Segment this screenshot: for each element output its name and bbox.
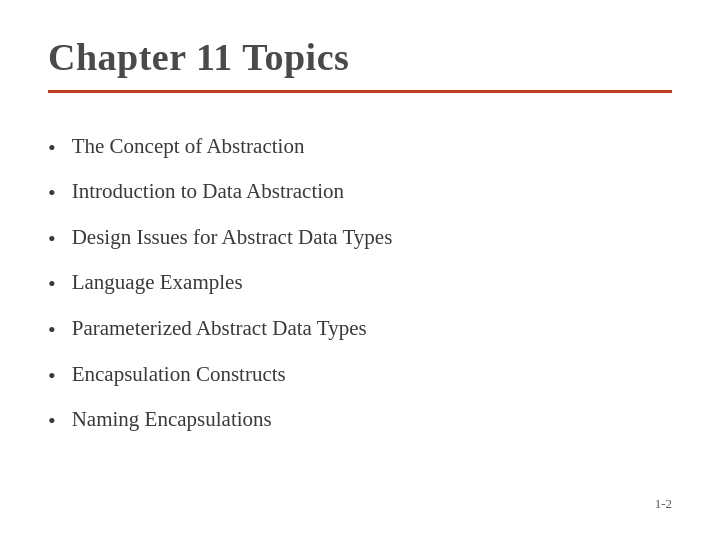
slide-title: Chapter 11 Topics [48,36,672,80]
bullet-dot-icon: • [48,407,56,436]
bullet-dot-icon: • [48,134,56,163]
slide-container: Chapter 11 Topics •The Concept of Abstra… [0,0,720,540]
title-underline [48,90,672,93]
list-item: •Introduction to Data Abstraction [48,178,672,208]
bullet-text: Design Issues for Abstract Data Types [72,224,393,251]
bullet-dot-icon: • [48,179,56,208]
bullet-list: •The Concept of Abstraction•Introduction… [48,133,672,436]
page-number: 1-2 [655,496,672,512]
title-section: Chapter 11 Topics [48,36,672,93]
list-item: •Language Examples [48,269,672,299]
list-item: •Naming Encapsulations [48,406,672,436]
list-item: •Encapsulation Constructs [48,361,672,391]
list-item: •Design Issues for Abstract Data Types [48,224,672,254]
list-item: •The Concept of Abstraction [48,133,672,163]
slide-footer: 1-2 [48,496,672,512]
bullet-dot-icon: • [48,316,56,345]
bullet-text: Introduction to Data Abstraction [72,178,344,205]
list-item: •Parameterized Abstract Data Types [48,315,672,345]
bullet-text: The Concept of Abstraction [72,133,305,160]
bullet-text: Language Examples [72,269,243,296]
bullet-text: Encapsulation Constructs [72,361,286,388]
bullet-dot-icon: • [48,362,56,391]
bullet-dot-icon: • [48,225,56,254]
bullet-text: Naming Encapsulations [72,406,272,433]
content-section: •The Concept of Abstraction•Introduction… [48,133,672,496]
bullet-text: Parameterized Abstract Data Types [72,315,367,342]
bullet-dot-icon: • [48,270,56,299]
